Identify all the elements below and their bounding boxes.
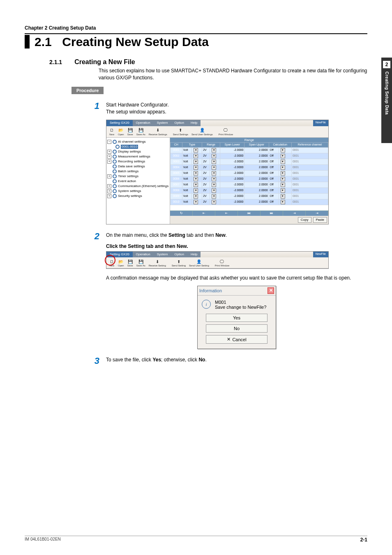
cancel-button[interactable]: ✕Cancel: [206, 335, 267, 344]
chevron-down-icon[interactable]: ▾: [281, 183, 285, 187]
chevron-down-icon[interactable]: ▾: [281, 188, 285, 193]
table-row[interactable]: 0005Volt▾2V▾-2.00002.0000Off▾0001: [171, 170, 328, 176]
chevron-down-icon[interactable]: ▾: [281, 148, 285, 153]
tree-label[interactable]: Measurement settings: [118, 155, 150, 159]
table-row[interactable]: 0002Volt▾2V▾-2.00002.0000Off▾0001: [171, 153, 328, 159]
nav-icon[interactable]: ⏮: [238, 211, 261, 216]
nav-icon[interactable]: ↻: [170, 211, 193, 216]
tb-receive[interactable]: ⬇Receive Setting: [148, 259, 167, 267]
tb-new[interactable]: 🗋New: [108, 127, 115, 136]
expand-icon[interactable]: +: [107, 194, 111, 198]
collapse-icon[interactable]: −: [107, 140, 111, 144]
nav-icon[interactable]: ⇥: [306, 211, 328, 216]
paste-button[interactable]: Paste: [313, 217, 327, 223]
chevron-down-icon[interactable]: ▾: [212, 200, 216, 204]
chevron-down-icon[interactable]: ▾: [212, 177, 216, 181]
tree-label[interactable]: System settings: [118, 189, 141, 193]
tab-help[interactable]: Help: [187, 252, 201, 257]
chevron-down-icon[interactable]: ▾: [194, 194, 198, 199]
tb-send-user[interactable]: 👤Send User Setting: [188, 259, 210, 267]
tb-print[interactable]: 🖵Print Window: [214, 259, 230, 267]
chevron-down-icon[interactable]: ▾: [212, 160, 216, 164]
tab-system[interactable]: System: [154, 252, 171, 257]
tb-open[interactable]: 📂Open: [117, 127, 125, 136]
tab-operation[interactable]: Operation: [133, 120, 154, 126]
tree-label[interactable]: Security settings: [118, 194, 142, 198]
tb-save-as[interactable]: 💾Save As: [136, 259, 146, 267]
chevron-down-icon[interactable]: ▾: [194, 183, 198, 187]
tb-save[interactable]: 💾Save: [127, 259, 134, 267]
tab-setting[interactable]: Setting GX20: [106, 252, 133, 257]
chevron-down-icon[interactable]: ▾: [212, 183, 216, 187]
tab-option[interactable]: Option: [171, 120, 187, 126]
table-row[interactable]: 0004Volt▾2V▾-2.00002.0000Off▾0001: [171, 164, 328, 170]
expand-icon[interactable]: +: [107, 155, 111, 159]
tab-help[interactable]: Help: [187, 120, 201, 126]
expand-icon[interactable]: +: [107, 189, 111, 193]
chevron-down-icon[interactable]: ▾: [281, 194, 285, 199]
chevron-down-icon[interactable]: ▾: [212, 171, 216, 176]
copy-button[interactable]: Copy: [298, 217, 311, 223]
table-row[interactable]: 0009Volt▾2V▾-2.00002.0000Off▾0001: [171, 193, 328, 199]
tb-receive[interactable]: ⬇Receive Settings: [148, 127, 168, 136]
expand-icon[interactable]: +: [107, 184, 111, 188]
tree-label[interactable]: AI channel settings: [118, 140, 146, 144]
chevron-down-icon[interactable]: ▾: [212, 148, 216, 153]
tb-save-as[interactable]: 💾Save As: [136, 127, 146, 136]
no-button[interactable]: No: [206, 324, 267, 333]
table-row[interactable]: 0010Volt▾2V▾-2.00002.0000Off▾0001: [171, 199, 328, 205]
chevron-down-icon[interactable]: ▾: [212, 194, 216, 199]
expand-icon[interactable]: +: [107, 174, 111, 178]
nav-icon[interactable]: ⏭: [261, 211, 283, 216]
close-icon[interactable]: ✕: [267, 287, 274, 294]
tb-print[interactable]: 🖵Print Window: [218, 127, 234, 136]
chevron-down-icon[interactable]: ▾: [281, 200, 285, 204]
chevron-down-icon[interactable]: ▾: [281, 177, 285, 181]
tree-label[interactable]: Event action: [118, 179, 136, 183]
nav-icon[interactable]: ⇤: [215, 211, 238, 216]
yes-button[interactable]: Yes: [206, 314, 267, 322]
tb-send[interactable]: ⬆Send Settings: [172, 127, 189, 136]
expand-icon[interactable]: +: [107, 160, 111, 164]
tb-send-user[interactable]: 👤Send User Settings: [191, 127, 214, 136]
table-row[interactable]: 0003Volt▾2V▾-2.00002.0000Off▾0001: [171, 159, 328, 164]
chevron-down-icon[interactable]: ▾: [281, 160, 285, 164]
tab-system[interactable]: System: [154, 120, 171, 126]
tab-setting[interactable]: Setting GX20: [106, 120, 133, 126]
tree-label[interactable]: Communication (Ethernet) settings: [118, 184, 168, 188]
tree-label[interactable]: Batch settings: [118, 169, 138, 173]
chevron-down-icon[interactable]: ▾: [281, 154, 285, 158]
chevron-down-icon[interactable]: ▾: [194, 148, 198, 153]
chevron-down-icon[interactable]: ▾: [194, 160, 198, 164]
chevron-down-icon[interactable]: ▾: [194, 177, 198, 181]
tree-label[interactable]: Data save settings: [118, 164, 145, 169]
nav-icon[interactable]: ⇤: [193, 211, 215, 216]
nav-tree[interactable]: −AI channel settings 0001-0010 +Display …: [106, 138, 170, 224]
tree-label-selected[interactable]: 0001-0010: [121, 145, 138, 149]
chevron-down-icon[interactable]: ▾: [194, 200, 198, 204]
tab-option[interactable]: Option: [171, 252, 187, 257]
chevron-down-icon[interactable]: ▾: [212, 165, 216, 170]
expand-icon[interactable]: +: [107, 150, 111, 154]
chevron-down-icon[interactable]: ▾: [212, 154, 216, 158]
chevron-down-icon[interactable]: ▾: [194, 171, 198, 176]
chevron-down-icon[interactable]: ▾: [212, 188, 216, 193]
chevron-down-icon[interactable]: ▾: [281, 171, 285, 176]
chevron-down-icon[interactable]: ▾: [194, 165, 198, 170]
table-row[interactable]: 0008Volt▾2V▾-2.00002.0000Off▾0001: [171, 187, 328, 193]
table-row[interactable]: 0006Volt▾2V▾-2.00002.0000Off▾0001: [171, 176, 328, 182]
tb-new[interactable]: 🗋New: [108, 259, 115, 267]
nav-icon[interactable]: ⇥: [283, 211, 306, 216]
chevron-down-icon[interactable]: ▾: [194, 154, 198, 158]
chevron-down-icon[interactable]: ▾: [281, 165, 285, 170]
table-row[interactable]: 0001Volt▾2V▾-2.00002.0000Off▾0001: [171, 147, 328, 153]
tb-send[interactable]: ⬆Send Setting: [171, 259, 187, 267]
tree-label[interactable]: Recording settings: [118, 160, 145, 164]
tree-label[interactable]: Display settings: [118, 150, 141, 154]
tab-operation[interactable]: Operation: [133, 252, 154, 257]
tb-save[interactable]: 💾Save: [127, 127, 134, 136]
tree-label[interactable]: Timer settings: [118, 174, 138, 178]
chevron-down-icon[interactable]: ▾: [194, 188, 198, 193]
tb-open[interactable]: 📂Open: [117, 259, 125, 267]
table-row[interactable]: 0007Volt▾2V▾-2.00002.0000Off▾0001: [171, 182, 328, 187]
